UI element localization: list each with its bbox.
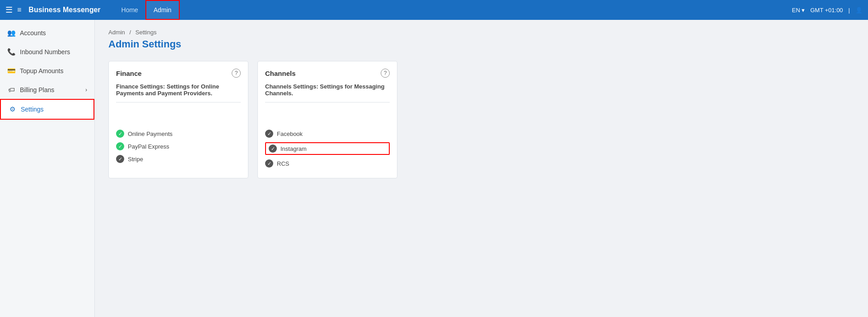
online-payments-check-icon: ✓	[116, 130, 124, 138]
sidebar-label-inbound-numbers: Inbound Numbers	[20, 48, 70, 56]
finance-item-stripe[interactable]: ✓ Stripe	[116, 155, 241, 163]
app-title: Business Messenger	[28, 6, 100, 14]
sidebar: 👥 Accounts 📞 Inbound Numbers 💳 Topup Amo…	[0, 20, 95, 317]
page-title: Admin Settings	[108, 38, 854, 50]
divider: |	[849, 7, 850, 14]
channels-item-instagram[interactable]: ✓ Instagram	[265, 142, 390, 155]
right-items: EN ▾ GMT +01:00 | 👤	[792, 7, 863, 14]
facebook-check-icon: ✓	[265, 130, 273, 138]
finance-item-paypal-express[interactable]: ✓ PayPal Express	[116, 142, 241, 150]
breadcrumb-separator: /	[129, 29, 131, 36]
channels-card: Channels ? Channels Settings: Settings f…	[257, 61, 397, 178]
inbound-numbers-icon: 📞	[7, 48, 15, 56]
finance-help-icon[interactable]: ?	[232, 69, 241, 78]
language-selector[interactable]: EN ▾	[792, 7, 805, 14]
topup-amounts-icon: 💳	[7, 67, 15, 75]
channels-card-description: Channels Settings: Settings for Messagin…	[265, 83, 390, 103]
channels-card-items: ✓ Facebook ✓ Instagram ✓ RCS	[265, 130, 390, 168]
top-nav: ☰ ≡ Business Messenger Home Admin EN ▾ G…	[0, 0, 868, 20]
facebook-label: Facebook	[277, 131, 303, 137]
nav-admin[interactable]: Admin	[145, 0, 180, 20]
rcs-label: RCS	[277, 160, 289, 167]
channels-card-header: Channels ?	[265, 69, 390, 78]
stripe-check-icon: ✓	[116, 155, 124, 163]
finance-card-header: Finance ?	[116, 69, 241, 78]
finance-card: Finance ? Finance Settings: Settings for…	[108, 61, 248, 178]
paypal-express-label: PayPal Express	[128, 143, 169, 150]
breadcrumb: Admin / Settings	[108, 29, 854, 36]
instagram-check-icon: ✓	[269, 145, 277, 153]
breadcrumb-admin[interactable]: Admin	[108, 29, 125, 36]
layout: 👥 Accounts 📞 Inbound Numbers 💳 Topup Amo…	[0, 20, 868, 317]
nav-home[interactable]: Home	[114, 0, 145, 20]
lines-icon[interactable]: ≡	[17, 6, 21, 14]
finance-card-items: ✓ Online Payments ✓ PayPal Express ✓ Str…	[116, 130, 241, 163]
channels-item-rcs[interactable]: ✓ RCS	[265, 159, 390, 168]
billing-plans-icon: 🏷	[7, 86, 15, 93]
sidebar-item-accounts[interactable]: 👥 Accounts	[0, 23, 94, 42]
timezone-display[interactable]: GMT +01:00	[810, 7, 843, 14]
channels-card-title: Channels	[265, 70, 296, 77]
instagram-label: Instagram	[280, 145, 307, 152]
accounts-icon: 👥	[7, 29, 15, 37]
sidebar-label-billing-plans: Billing Plans	[20, 86, 54, 93]
settings-icon: ⚙	[8, 105, 16, 113]
hamburger-icon[interactable]: ☰	[5, 5, 13, 15]
user-menu-icon[interactable]: 👤	[855, 7, 863, 14]
sidebar-label-topup-amounts: Topup Amounts	[20, 67, 64, 75]
channels-help-icon[interactable]: ?	[381, 69, 390, 78]
main-content: Admin / Settings Admin Settings Finance …	[95, 20, 868, 317]
sidebar-item-billing-plans[interactable]: 🏷 Billing Plans ›	[0, 80, 94, 99]
cards-row: Finance ? Finance Settings: Settings for…	[108, 61, 854, 178]
sidebar-label-accounts: Accounts	[20, 29, 46, 37]
sidebar-item-inbound-numbers[interactable]: 📞 Inbound Numbers	[0, 42, 94, 61]
breadcrumb-settings[interactable]: Settings	[135, 29, 157, 36]
online-payments-label: Online Payments	[128, 131, 173, 137]
finance-card-title: Finance	[116, 70, 142, 77]
channels-item-facebook[interactable]: ✓ Facebook	[265, 130, 390, 138]
finance-item-online-payments[interactable]: ✓ Online Payments	[116, 130, 241, 138]
sidebar-item-topup-amounts[interactable]: 💳 Topup Amounts	[0, 61, 94, 80]
nav-links: Home Admin	[114, 0, 180, 20]
finance-card-description: Finance Settings: Settings for Online Pa…	[116, 83, 241, 103]
paypal-express-check-icon: ✓	[116, 142, 124, 150]
stripe-label: Stripe	[128, 156, 143, 163]
rcs-check-icon: ✓	[265, 159, 273, 168]
sidebar-label-settings: Settings	[21, 106, 44, 113]
sidebar-item-settings[interactable]: ⚙ Settings	[0, 99, 94, 120]
billing-plans-arrow-icon: ›	[85, 87, 87, 93]
